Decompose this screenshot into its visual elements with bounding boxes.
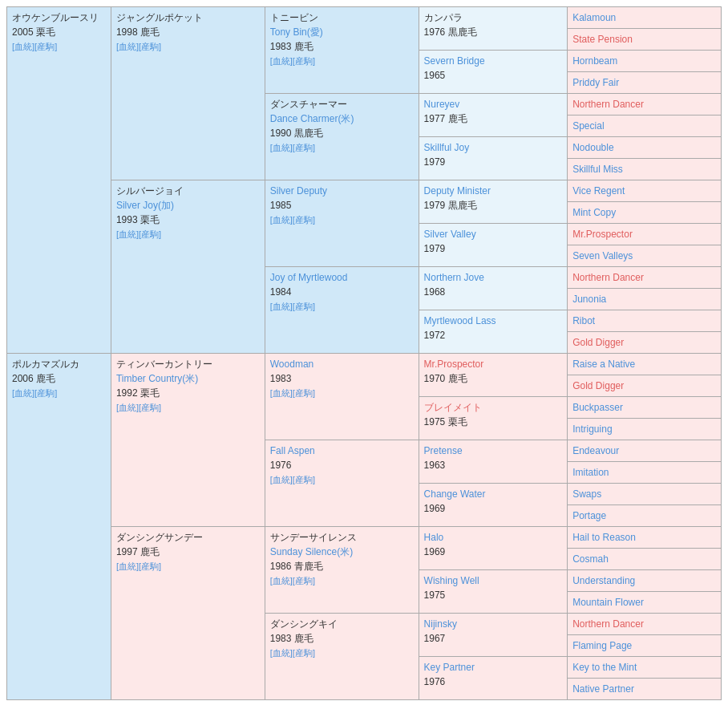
gen3-7-links[interactable]: [血統][産駒] [270,576,315,586]
gen4-11-cell: Pretense 1963 [419,440,568,484]
gen3-3-links[interactable]: [血統][産駒] [270,215,315,225]
gen2-1-links[interactable]: [血統][産駒] [116,42,161,51]
gen3-1-links[interactable]: [血統][産駒] [270,56,315,66]
gen3-3-name-en: Silver Deputy [270,185,327,197]
gen5-6-name: Special [572,120,604,132]
gen3-4-name-en: Joy of Myrtlewood [270,272,348,283]
gen5-32-cell: Native Partner [568,679,722,700]
gen5-17-cell: Raise a Native [568,354,722,375]
gen5-6-cell: Special [568,115,722,137]
gen4-3-cell: Nureyev 1977 鹿毛 [419,94,568,137]
gen1-top-year: 2005 栗毛 [12,26,55,38]
gen5-15-name: Ribot [572,315,595,326]
gen4-5-cell: Deputy Minister 1979 黒鹿毛 [419,180,568,224]
gen5-14-cell: Junonia [568,289,722,310]
gen5-31-cell: Key to the Mint [568,657,722,679]
gen5-11-cell: Mr.Prospector [568,224,722,245]
gen5-13-cell: Northern Dancer [568,267,722,289]
gen3-5-links[interactable]: [血統][産駒] [270,388,315,398]
gen3-7-cell: サンデーサイレンス Sunday Silence(米) 1986 青鹿毛 [血統… [265,527,419,614]
gen3-6-links[interactable]: [血統][産駒] [270,475,315,484]
gen4-7-cell: Northern Jove 1968 [419,267,568,310]
gen2-4-links[interactable]: [血統][産駒] [116,561,161,571]
gen2-2-name-en: Silver Joy(加) [116,200,174,211]
gen3-8-year: 1983 鹿毛 [270,633,313,644]
gen5-8-name: Skillful Miss [572,164,623,175]
gen4-10-cell: ブレイメイト 1975 栗毛 [419,397,568,440]
gen5-10-cell: Mint Copy [568,202,722,224]
gen5-16-name: Gold Digger [572,337,624,348]
gen4-16-cell: Key Partner 1976 [419,657,568,700]
gen3-2-links[interactable]: [血統][産駒] [270,143,315,152]
gen3-7-name-en: Sunday Silence(米) [270,546,353,557]
gen3-4-links[interactable]: [血統][産駒] [270,302,315,311]
gen3-1-name-en: Tony Bin(愛) [270,26,323,38]
gen5-26-name: Cosmah [572,553,609,565]
gen4-10-year: 1975 栗毛 [424,416,467,427]
gen5-21-cell: Endeavour [568,440,722,462]
gen2-2-year: 1993 栗毛 [116,214,160,225]
gen5-16-cell: Gold Digger [568,332,722,354]
gen4-1-cell: カンパラ 1976 黒鹿毛 [419,7,568,51]
gen1-top-links[interactable]: [血統][産駒] [12,42,57,51]
gen5-29-name: Northern Dancer [572,618,644,630]
gen3-5-cell: Woodman 1983 [血統][産駒] [265,354,419,440]
gen4-6-year: 1979 [424,243,446,254]
gen2-3-year: 1992 栗毛 [116,387,160,399]
gen3-1-cell: トニービン Tony Bin(愛) 1983 鹿毛 [血統][産駒] [265,7,419,94]
gen4-4-year: 1979 [424,156,446,168]
gen2-2-cell: シルバージョイ Silver Joy(加) 1993 栗毛 [血統][産駒] [111,180,265,354]
gen1-bot-links[interactable]: [血統][産駒] [12,388,57,398]
gen4-8-name: Myrtlewood Lass [424,315,496,326]
gen4-15-name: Nijinsky [424,618,457,630]
gen2-1-cell: ジャングルポケット 1998 鹿毛 [血統][産駒] [111,7,265,180]
gen4-14-year: 1975 [424,590,446,601]
gen4-6-name: Silver Valley [424,229,476,240]
gen2-4-cell: ダンシングサンデー 1997 鹿毛 [血統][産駒] [111,527,265,700]
gen2-2-name-jp: シルバージョイ [116,185,184,197]
gen4-8-year: 1972 [424,330,446,341]
gen2-3-links[interactable]: [血統][産駒] [116,403,161,412]
gen3-8-links[interactable]: [血統][産駒] [270,648,315,658]
gen5-24-name: Portage [572,510,606,521]
gen4-3-year: 1977 鹿毛 [424,113,467,124]
gen4-4-name: Skillful Joy [424,142,470,153]
gen3-5-name-en: Woodman [270,359,313,370]
gen4-5-year: 1979 黒鹿毛 [424,200,477,211]
gen4-3-name: Nureyev [424,99,460,110]
gen3-7-name-jp: サンデーサイレンス [270,532,357,543]
gen4-11-year: 1963 [424,460,446,471]
gen4-6-cell: Silver Valley 1979 [419,224,568,267]
gen1-bot-name-jp: ポルカマズルカ [12,359,79,370]
gen2-4-name-jp: ダンシングサンデー [116,532,203,543]
gen5-26-cell: Cosmah [568,549,722,570]
gen5-18-cell: Gold Digger [568,375,722,397]
gen4-13-year: 1969 [424,546,446,557]
gen5-25-cell: Hail to Reason [568,527,722,549]
gen4-15-cell: Nijinsky 1967 [419,614,568,657]
gen4-10-name: ブレイメイト [424,402,482,413]
gen3-7-year: 1986 青鹿毛 [270,561,323,572]
gen3-2-year: 1990 黒鹿毛 [270,128,323,139]
gen3-6-year: 1976 [270,460,292,471]
gen2-2-links[interactable]: [血統][産駒] [116,229,161,239]
gen2-4-year: 1997 鹿毛 [116,546,160,557]
gen5-10-name: Mint Copy [572,207,616,218]
gen4-12-year: 1969 [424,503,446,514]
gen4-14-cell: Wishing Well 1975 [419,570,568,614]
gen3-1-year: 1983 鹿毛 [270,41,313,52]
gen4-8-cell: Myrtlewood Lass 1972 [419,310,568,354]
gen5-3-cell: Hornbeam [568,51,722,72]
gen1-bot-year: 2006 鹿毛 [12,373,55,384]
gen4-5-name: Deputy Minister [424,185,491,197]
gen3-6-cell: Fall Aspen 1976 [血統][産駒] [265,440,419,527]
gen4-16-name: Key Partner [424,662,475,673]
gen5-1-name: Kalamoun [572,12,616,23]
gen4-9-year: 1970 鹿毛 [424,373,467,384]
gen5-20-name: Intriguing [572,423,612,435]
gen3-2-name-en: Dance Charmer(米) [270,113,354,124]
gen5-7-name: Nodouble [572,142,613,153]
gen4-2-year: 1965 [424,70,446,81]
gen4-11-name: Pretense [424,445,463,456]
gen4-14-name: Wishing Well [424,575,479,586]
